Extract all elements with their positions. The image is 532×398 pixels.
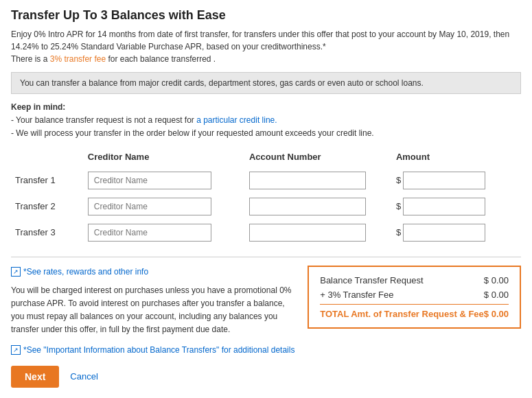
- dollar-sign-2: $: [396, 201, 401, 211]
- transfer-1-creditor-cell: [84, 167, 245, 194]
- transfer-3-label: Transfer 3: [11, 220, 84, 246]
- fee-row: + 3% Transfer Fee $ 0.00: [320, 290, 509, 300]
- col-account-header: Account Number: [245, 149, 392, 167]
- transfer-2-account-cell: [245, 194, 392, 220]
- credit-line-link[interactable]: a particular credit line.: [196, 115, 277, 125]
- balance-request-label: Balance Transfer Request: [320, 275, 423, 285]
- transfer-3-account-input[interactable]: [249, 224, 366, 242]
- important-icon: ↗: [11, 345, 21, 355]
- summary-box: Balance Transfer Request $ 0.00 + 3% Tra…: [308, 266, 521, 329]
- divider: [11, 257, 521, 257]
- transfer-2-label: Transfer 2: [11, 194, 84, 220]
- transfer-3-amount-cell: $: [392, 220, 521, 246]
- transfer-3-account-cell: [245, 220, 392, 246]
- transfer-2-creditor-input[interactable]: [88, 198, 211, 215]
- transfer-2-amount-cell: $: [392, 194, 521, 220]
- fee-label: + 3% Transfer Fee: [320, 290, 393, 300]
- footer-buttons: Next Cancel: [11, 366, 521, 388]
- transfer-1-account-input[interactable]: [249, 172, 366, 189]
- fee-value: $ 0.00: [484, 290, 509, 300]
- transfer-table: Creditor Name Account Number Amount Tran…: [11, 149, 521, 246]
- table-row: Transfer 2 $: [11, 194, 521, 220]
- transfer-2-account-input[interactable]: [249, 198, 366, 215]
- interest-notice: You will be charged interest on purchase…: [11, 284, 294, 337]
- total-label: TOTAL Amt. of Transfer Request & Fee: [320, 309, 484, 319]
- table-row: Transfer 3 $: [11, 220, 521, 246]
- left-info: ↗ *See rates, rewards and other info You…: [11, 266, 294, 337]
- dollar-sign-3: $: [396, 227, 401, 237]
- cancel-link[interactable]: Cancel: [70, 371, 97, 382]
- transfer-fee-link[interactable]: 3% transfer fee: [50, 54, 106, 64]
- total-row: TOTAL Amt. of Transfer Request & Fee $ 0…: [320, 304, 509, 319]
- rates-icon: ↗: [11, 267, 21, 277]
- transfer-fee-text: There is a 3% transfer fee for each bala…: [11, 54, 216, 64]
- col-amount-header: Amount: [392, 149, 521, 167]
- important-link[interactable]: ↗ *See "Important Information about Bala…: [11, 345, 521, 355]
- bottom-section: ↗ *See rates, rewards and other info You…: [11, 266, 521, 337]
- balance-request-value: $ 0.00: [484, 275, 509, 285]
- keep-in-mind: Keep in mind: - Your balance transfer re…: [11, 101, 521, 141]
- total-value: $ 0.00: [484, 309, 509, 319]
- transfer-3-creditor-input[interactable]: [88, 224, 211, 242]
- intro-text: Enjoy 0% Intro APR for 14 months from da…: [11, 28, 521, 65]
- transfer-3-creditor-cell: [84, 220, 245, 246]
- next-button[interactable]: Next: [11, 366, 59, 388]
- transfer-1-creditor-input[interactable]: [88, 172, 211, 189]
- transfer-2-creditor-cell: [84, 194, 245, 220]
- transfer-2-amount-input[interactable]: [403, 198, 485, 215]
- page-title: Transfer Up To 3 Balances with Ease: [11, 8, 521, 23]
- transfer-3-amount-input[interactable]: [403, 224, 485, 242]
- transfer-1-amount-input[interactable]: [403, 172, 485, 189]
- transfer-1-label: Transfer 1: [11, 167, 84, 194]
- transfer-1-account-cell: [245, 167, 392, 194]
- rates-link[interactable]: ↗ *See rates, rewards and other info: [11, 266, 294, 279]
- col-creditor-header: Creditor Name: [84, 149, 245, 167]
- dollar-sign-1: $: [396, 175, 401, 185]
- table-row: Transfer 1 $: [11, 167, 521, 194]
- transfer-1-amount-cell: $: [392, 167, 521, 194]
- balance-request-row: Balance Transfer Request $ 0.00: [320, 275, 509, 285]
- info-banner: You can transfer a balance from major cr…: [11, 72, 521, 94]
